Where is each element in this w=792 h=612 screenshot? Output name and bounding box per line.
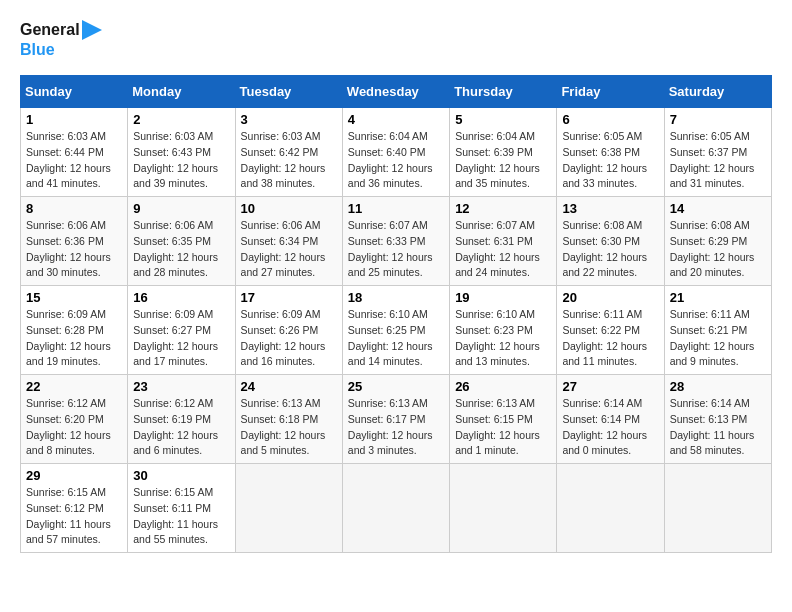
sunset: Sunset: 6:26 PM — [241, 324, 319, 336]
day-number: 15 — [26, 290, 122, 305]
sunset: Sunset: 6:17 PM — [348, 413, 426, 425]
day-number: 28 — [670, 379, 766, 394]
calendar-cell: 21 Sunrise: 6:11 AM Sunset: 6:21 PM Dayl… — [664, 286, 771, 375]
calendar-cell: 7 Sunrise: 6:05 AM Sunset: 6:37 PM Dayli… — [664, 108, 771, 197]
daylight: Daylight: 11 hours and 58 minutes. — [670, 429, 755, 457]
daylight: Daylight: 12 hours and 0 minutes. — [562, 429, 647, 457]
day-number: 17 — [241, 290, 337, 305]
sunset: Sunset: 6:19 PM — [133, 413, 211, 425]
calendar-table: SundayMondayTuesdayWednesdayThursdayFrid… — [20, 75, 772, 553]
sunrise: Sunrise: 6:03 AM — [241, 130, 321, 142]
daylight: Daylight: 12 hours and 22 minutes. — [562, 251, 647, 279]
daylight: Daylight: 12 hours and 31 minutes. — [670, 162, 755, 190]
sunrise: Sunrise: 6:10 AM — [455, 308, 535, 320]
day-number: 22 — [26, 379, 122, 394]
day-header-wednesday: Wednesday — [342, 76, 449, 108]
daylight: Daylight: 12 hours and 39 minutes. — [133, 162, 218, 190]
day-number: 25 — [348, 379, 444, 394]
daylight: Daylight: 12 hours and 8 minutes. — [26, 429, 111, 457]
sunset: Sunset: 6:29 PM — [670, 235, 748, 247]
day-header-monday: Monday — [128, 76, 235, 108]
calendar-cell: 18 Sunrise: 6:10 AM Sunset: 6:25 PM Dayl… — [342, 286, 449, 375]
daylight: Daylight: 12 hours and 1 minute. — [455, 429, 540, 457]
sunset: Sunset: 6:20 PM — [26, 413, 104, 425]
calendar-cell — [342, 464, 449, 553]
sunset: Sunset: 6:33 PM — [348, 235, 426, 247]
sunrise: Sunrise: 6:09 AM — [26, 308, 106, 320]
page-header: General Blue — [20, 20, 772, 59]
calendar-week-3: 15 Sunrise: 6:09 AM Sunset: 6:28 PM Dayl… — [21, 286, 772, 375]
day-info: Sunrise: 6:05 AM Sunset: 6:37 PM Dayligh… — [670, 129, 766, 192]
day-number: 26 — [455, 379, 551, 394]
svg-marker-0 — [82, 20, 102, 40]
calendar-cell: 2 Sunrise: 6:03 AM Sunset: 6:43 PM Dayli… — [128, 108, 235, 197]
day-number: 19 — [455, 290, 551, 305]
sunrise: Sunrise: 6:07 AM — [348, 219, 428, 231]
sunset: Sunset: 6:40 PM — [348, 146, 426, 158]
sunset: Sunset: 6:18 PM — [241, 413, 319, 425]
sunrise: Sunrise: 6:11 AM — [670, 308, 750, 320]
day-number: 3 — [241, 112, 337, 127]
day-number: 27 — [562, 379, 658, 394]
logo-arrow-icon — [82, 20, 102, 40]
sunset: Sunset: 6:42 PM — [241, 146, 319, 158]
day-info: Sunrise: 6:03 AM Sunset: 6:44 PM Dayligh… — [26, 129, 122, 192]
sunrise: Sunrise: 6:11 AM — [562, 308, 642, 320]
day-info: Sunrise: 6:11 AM Sunset: 6:21 PM Dayligh… — [670, 307, 766, 370]
sunset: Sunset: 6:27 PM — [133, 324, 211, 336]
day-info: Sunrise: 6:07 AM Sunset: 6:33 PM Dayligh… — [348, 218, 444, 281]
day-info: Sunrise: 6:10 AM Sunset: 6:25 PM Dayligh… — [348, 307, 444, 370]
calendar-cell — [664, 464, 771, 553]
day-info: Sunrise: 6:14 AM Sunset: 6:13 PM Dayligh… — [670, 396, 766, 459]
sunset: Sunset: 6:13 PM — [670, 413, 748, 425]
sunrise: Sunrise: 6:13 AM — [455, 397, 535, 409]
day-number: 5 — [455, 112, 551, 127]
calendar-cell: 30 Sunrise: 6:15 AM Sunset: 6:11 PM Dayl… — [128, 464, 235, 553]
daylight: Daylight: 12 hours and 25 minutes. — [348, 251, 433, 279]
calendar-cell: 12 Sunrise: 6:07 AM Sunset: 6:31 PM Dayl… — [450, 197, 557, 286]
calendar-cell: 6 Sunrise: 6:05 AM Sunset: 6:38 PM Dayli… — [557, 108, 664, 197]
sunrise: Sunrise: 6:05 AM — [562, 130, 642, 142]
sunrise: Sunrise: 6:08 AM — [670, 219, 750, 231]
day-number: 11 — [348, 201, 444, 216]
calendar-cell — [235, 464, 342, 553]
day-info: Sunrise: 6:09 AM Sunset: 6:28 PM Dayligh… — [26, 307, 122, 370]
day-info: Sunrise: 6:12 AM Sunset: 6:20 PM Dayligh… — [26, 396, 122, 459]
day-number: 20 — [562, 290, 658, 305]
sunrise: Sunrise: 6:15 AM — [26, 486, 106, 498]
sunrise: Sunrise: 6:07 AM — [455, 219, 535, 231]
sunrise: Sunrise: 6:09 AM — [241, 308, 321, 320]
sunrise: Sunrise: 6:03 AM — [26, 130, 106, 142]
day-info: Sunrise: 6:05 AM Sunset: 6:38 PM Dayligh… — [562, 129, 658, 192]
day-number: 12 — [455, 201, 551, 216]
calendar-cell: 9 Sunrise: 6:06 AM Sunset: 6:35 PM Dayli… — [128, 197, 235, 286]
sunset: Sunset: 6:28 PM — [26, 324, 104, 336]
day-number: 6 — [562, 112, 658, 127]
sunrise: Sunrise: 6:03 AM — [133, 130, 213, 142]
sunset: Sunset: 6:44 PM — [26, 146, 104, 158]
sunrise: Sunrise: 6:06 AM — [241, 219, 321, 231]
day-info: Sunrise: 6:09 AM Sunset: 6:26 PM Dayligh… — [241, 307, 337, 370]
daylight: Daylight: 12 hours and 41 minutes. — [26, 162, 111, 190]
daylight: Daylight: 12 hours and 17 minutes. — [133, 340, 218, 368]
daylight: Daylight: 12 hours and 13 minutes. — [455, 340, 540, 368]
logo: General Blue — [20, 20, 102, 59]
sunset: Sunset: 6:31 PM — [455, 235, 533, 247]
day-info: Sunrise: 6:14 AM Sunset: 6:14 PM Dayligh… — [562, 396, 658, 459]
calendar-week-1: 1 Sunrise: 6:03 AM Sunset: 6:44 PM Dayli… — [21, 108, 772, 197]
sunset: Sunset: 6:30 PM — [562, 235, 640, 247]
day-info: Sunrise: 6:08 AM Sunset: 6:30 PM Dayligh… — [562, 218, 658, 281]
day-info: Sunrise: 6:11 AM Sunset: 6:22 PM Dayligh… — [562, 307, 658, 370]
sunset: Sunset: 6:11 PM — [133, 502, 211, 514]
sunrise: Sunrise: 6:13 AM — [348, 397, 428, 409]
day-info: Sunrise: 6:06 AM Sunset: 6:36 PM Dayligh… — [26, 218, 122, 281]
sunrise: Sunrise: 6:05 AM — [670, 130, 750, 142]
sunset: Sunset: 6:25 PM — [348, 324, 426, 336]
sunset: Sunset: 6:12 PM — [26, 502, 104, 514]
daylight: Daylight: 12 hours and 28 minutes. — [133, 251, 218, 279]
sunrise: Sunrise: 6:14 AM — [562, 397, 642, 409]
sunset: Sunset: 6:43 PM — [133, 146, 211, 158]
day-info: Sunrise: 6:13 AM Sunset: 6:18 PM Dayligh… — [241, 396, 337, 459]
day-number: 30 — [133, 468, 229, 483]
calendar-cell: 8 Sunrise: 6:06 AM Sunset: 6:36 PM Dayli… — [21, 197, 128, 286]
